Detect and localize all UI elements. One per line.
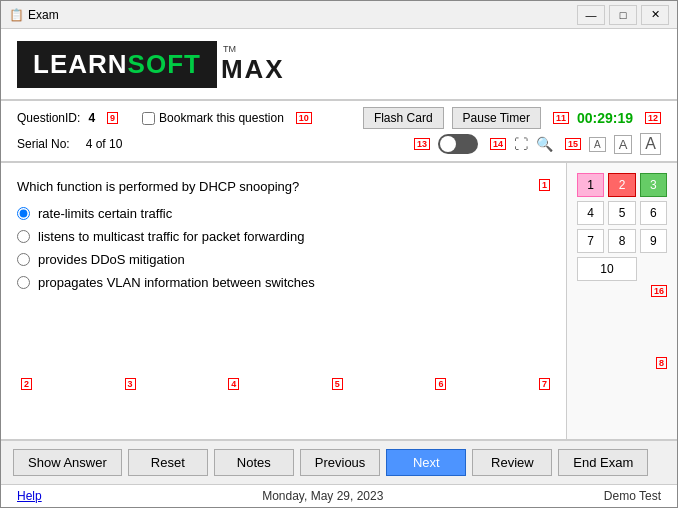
bottom-bar: Show Answer Reset Notes Previous Next Re…	[1, 439, 677, 484]
option-2-radio[interactable]	[17, 230, 30, 243]
review-button[interactable]: Review	[472, 449, 552, 476]
serial-label: Serial No:	[17, 137, 70, 151]
bookmark-checkbox[interactable]	[142, 112, 155, 125]
date-display: Monday, May 29, 2023	[42, 489, 604, 503]
flash-card-button[interactable]: Flash Card	[363, 107, 444, 129]
app-icon: 📋	[9, 8, 24, 22]
toggle-switch[interactable]	[438, 134, 478, 154]
timer-display: 00:29:19	[577, 110, 633, 126]
close-button[interactable]: ✕	[641, 5, 669, 25]
grid-num-1[interactable]: 1	[577, 173, 604, 197]
previous-button[interactable]: Previous	[300, 449, 381, 476]
next-button[interactable]: Next	[386, 449, 466, 476]
badge-9: 9	[107, 112, 118, 124]
badge-11: 11	[553, 112, 569, 124]
main-content: Which function is performed by DHCP snoo…	[1, 162, 677, 439]
option-4-label[interactable]: propagates VLAN information between swit…	[38, 275, 315, 290]
badge-7: 7	[539, 378, 550, 390]
option-2[interactable]: listens to multicast traffic for packet …	[17, 229, 531, 244]
badge-6: 6	[435, 378, 446, 390]
logo-max-wrap: TM MAX	[221, 44, 285, 85]
end-exam-button[interactable]: End Exam	[558, 449, 648, 476]
badge-8: 8	[656, 357, 667, 369]
number-grid: 1 2 3 4 5 6 7 8 9 10 16 8	[567, 163, 677, 439]
question-text: Which function is performed by DHCP snoo…	[17, 179, 531, 194]
question-area: Which function is performed by DHCP snoo…	[1, 163, 567, 439]
badge-1: 1	[539, 179, 550, 191]
option-1[interactable]: rate-limits certain traffic	[17, 206, 531, 221]
badge-12: 12	[645, 112, 661, 124]
serial-value: 4 of 10	[86, 137, 123, 151]
option-1-label[interactable]: rate-limits certain traffic	[38, 206, 172, 221]
status-bar: Help Monday, May 29, 2023 Demo Test	[1, 484, 677, 507]
logo-tm: TM	[223, 44, 236, 54]
logo-learn: LEARN	[33, 49, 128, 80]
badge-14: 14	[490, 138, 506, 150]
badge-4: 4	[228, 378, 239, 390]
grid-num-3[interactable]: 3	[640, 173, 667, 197]
badge-3: 3	[125, 378, 136, 390]
search-icon[interactable]: 🔍	[536, 136, 553, 152]
grid-num-6[interactable]: 6	[640, 201, 667, 225]
badge-2: 2	[21, 378, 32, 390]
grid-num-8[interactable]: 8	[608, 229, 635, 253]
question-id-value: 4	[88, 111, 95, 125]
question-id-label: QuestionID:	[17, 111, 80, 125]
grid-row-3: 7 8 9	[577, 229, 667, 253]
grid-num-5[interactable]: 5	[608, 201, 635, 225]
badge-15: 15	[565, 138, 581, 150]
window-controls: — □ ✕	[577, 5, 669, 25]
titlebar: 📋 Exam — □ ✕	[1, 1, 677, 29]
option-3[interactable]: provides DDoS mitigation	[17, 252, 531, 267]
font-medium-button[interactable]: A	[614, 135, 633, 154]
grid-num-2[interactable]: 2	[608, 173, 635, 197]
option-3-label[interactable]: provides DDoS mitigation	[38, 252, 185, 267]
grid-num-4[interactable]: 4	[577, 201, 604, 225]
font-large-button[interactable]: A	[640, 133, 661, 155]
minimize-button[interactable]: —	[577, 5, 605, 25]
badge-10: 10	[296, 112, 312, 124]
grid-row-2: 4 5 6	[577, 201, 667, 225]
grid-num-7[interactable]: 7	[577, 229, 604, 253]
restore-button[interactable]: □	[609, 5, 637, 25]
font-small-button[interactable]: A	[589, 137, 606, 152]
option-3-radio[interactable]	[17, 253, 30, 266]
option-2-label[interactable]: listens to multicast traffic for packet …	[38, 229, 304, 244]
toggle-knob	[440, 136, 456, 152]
badge-5: 5	[332, 378, 343, 390]
bookmark-wrap: Bookmark this question	[142, 111, 284, 125]
demo-label: Demo Test	[604, 489, 661, 503]
grid-num-10[interactable]: 10	[577, 257, 637, 281]
bookmark-label[interactable]: Bookmark this question	[159, 111, 284, 125]
grid-row-4: 10	[577, 257, 667, 281]
notes-button[interactable]: Notes	[214, 449, 294, 476]
logo-box: LEARNSOFT	[17, 41, 217, 88]
badge-13: 13	[414, 138, 430, 150]
grid-num-9[interactable]: 9	[640, 229, 667, 253]
help-link[interactable]: Help	[17, 489, 42, 503]
reset-button[interactable]: Reset	[128, 449, 208, 476]
logo-max: MAX	[221, 54, 285, 85]
option-4-radio[interactable]	[17, 276, 30, 289]
fullscreen-icon[interactable]: ⛶	[514, 136, 528, 152]
option-4[interactable]: propagates VLAN information between swit…	[17, 275, 531, 290]
logo-bar: LEARNSOFT TM MAX	[1, 29, 677, 101]
app-title: Exam	[28, 8, 577, 22]
pause-timer-button[interactable]: Pause Timer	[452, 107, 541, 129]
badge-16: 16	[651, 285, 667, 297]
logo-soft: SOFT	[128, 49, 201, 80]
header-section: QuestionID: 4 9 Bookmark this question 1…	[1, 101, 677, 162]
option-1-radio[interactable]	[17, 207, 30, 220]
options-list: rate-limits certain traffic listens to m…	[17, 206, 531, 290]
grid-row-1: 1 2 3	[577, 173, 667, 197]
show-answer-button[interactable]: Show Answer	[13, 449, 122, 476]
